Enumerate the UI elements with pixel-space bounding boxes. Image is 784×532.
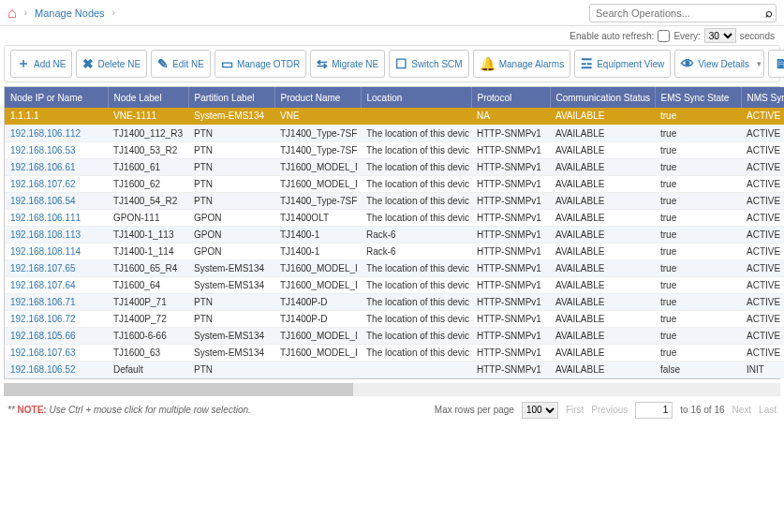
prev-page[interactable]: Previous (591, 405, 628, 415)
node-ip-link[interactable]: 192.168.106.54 (10, 196, 76, 206)
cell-loc: The location of this devic (361, 344, 471, 361)
cell-loc: The location of this devic (361, 175, 471, 192)
table-row[interactable]: 192.168.106.61TJ1600_61PTNTJ1600_MODEL_I… (5, 158, 784, 175)
node-ip-link[interactable]: 192.168.107.65 (10, 263, 76, 273)
cell-ems: true (655, 344, 741, 361)
cell-ems: true (655, 293, 741, 310)
table-row[interactable]: 192.168.107.65TJ1600_65_R4System-EMS134T… (5, 259, 784, 276)
last-page[interactable]: Last (759, 405, 777, 415)
cell-part: PTN (188, 141, 274, 158)
table-row[interactable]: 192.168.106.53TJ1400_53_R2PTNTJ1400_Type… (5, 141, 784, 158)
table-row[interactable]: 192.168.106.52DefaultPTNHTTP-SNMPv1AVAIL… (5, 361, 784, 377)
cell-proto: HTTP-SNMPv1 (471, 293, 550, 310)
home-icon[interactable]: ⌂ (7, 5, 17, 22)
switch-scm-button[interactable]: ☐Switch SCM (389, 50, 468, 78)
cell-ip: 192.168.107.64 (5, 276, 108, 293)
cell-comm: AVAILABLE (550, 158, 655, 175)
page-input[interactable] (635, 402, 673, 419)
cell-proto: HTTP-SNMPv1 (471, 209, 550, 226)
node-ip-link[interactable]: 192.168.108.113 (10, 229, 81, 240)
table-row[interactable]: 192.168.106.111GPON-111GPONTJ1400OLTThe … (5, 209, 784, 226)
node-ip-link[interactable]: 192.168.106.112 (10, 128, 81, 139)
table-row[interactable]: 192.168.108.113TJ1400-1_113GPONTJ1400-1R… (5, 226, 784, 243)
cell-comm: AVAILABLE (550, 175, 655, 192)
horizontal-scrollbar[interactable] (4, 383, 780, 396)
cell-prod: TJ1600_MODEL_I (274, 158, 361, 175)
column-header[interactable]: Protocol (471, 87, 550, 108)
cell-prod: TJ1400OLT (274, 209, 361, 226)
cell-label: TJ1600_64 (108, 276, 188, 293)
cell-ems: true (655, 327, 741, 344)
search-input[interactable] (589, 4, 777, 22)
node-ip-link[interactable]: 192.168.107.62 (10, 179, 76, 189)
equipment-view-button[interactable]: ☲Equipment View (574, 50, 671, 78)
node-ip-link[interactable]: 1.1.1.1 (10, 111, 39, 121)
breadcrumb-title[interactable]: Manage Nodes (35, 7, 105, 19)
delete-ne-button[interactable]: ✖Delete NE (76, 50, 147, 78)
eye-icon: 👁 (681, 56, 694, 71)
cell-part: PTN (188, 310, 274, 327)
node-ip-link[interactable]: 192.168.108.114 (10, 246, 81, 257)
column-header[interactable]: Partition Label (188, 87, 274, 108)
cell-loc: The location of this devic (361, 141, 471, 158)
add-ne-button[interactable]: ＋Add NE (10, 50, 72, 78)
max-rows-select[interactable]: 100 (522, 402, 558, 419)
column-header[interactable]: Node IP or Name (5, 87, 108, 108)
cell-part: PTN (188, 361, 274, 377)
otdr-icon: ▭ (221, 56, 233, 71)
table-row[interactable]: 192.168.108.114TJ1400-1_114GPONTJ1400-1R… (5, 243, 784, 259)
node-ip-link[interactable]: 192.168.107.63 (10, 347, 76, 358)
table-row[interactable]: 192.168.106.71TJ1400P_71PTNTJ1400P-DThe … (5, 293, 784, 310)
column-header[interactable]: EMS Sync State (655, 87, 741, 108)
equipment-icon: ☲ (581, 56, 593, 71)
node-ip-link[interactable]: 192.168.106.71 (10, 297, 76, 307)
column-header[interactable]: Node Label (108, 87, 188, 108)
cell-nms: ACTIVE (741, 293, 784, 310)
cell-loc: The location of this devic (361, 327, 471, 344)
column-header[interactable]: Product Name (274, 87, 361, 108)
cell-ip: 192.168.106.52 (5, 361, 108, 377)
table-row[interactable]: 192.168.107.63TJ1600_63System-EMS134TJ16… (5, 344, 784, 361)
plus-icon: ＋ (17, 55, 30, 72)
table-row[interactable]: 192.168.107.62TJ1600_62PTNTJ1600_MODEL_I… (5, 175, 784, 192)
migrate-ne-button[interactable]: ⇆Migrate NE (310, 50, 385, 78)
node-ip-link[interactable]: 192.168.106.72 (10, 314, 76, 324)
next-page[interactable]: Next (732, 405, 752, 415)
node-ip-link[interactable]: 192.168.106.53 (10, 145, 76, 155)
cell-proto: HTTP-SNMPv1 (471, 226, 550, 243)
node-ip-link[interactable]: 192.168.107.64 (10, 280, 76, 290)
column-header[interactable]: Communication Status (550, 87, 655, 108)
table-row[interactable]: 192.168.107.64TJ1600_64System-EMS134TJ16… (5, 276, 784, 293)
node-ip-link[interactable]: 192.168.105.66 (10, 331, 76, 341)
node-ip-link[interactable]: 192.168.106.52 (10, 364, 76, 375)
table-row[interactable]: 1.1.1.1VNE-1111System-EMS134VNENAAVAILAB… (5, 108, 784, 125)
table-row[interactable]: 192.168.106.112TJ1400_112_R3PTNTJ1400_Ty… (5, 125, 784, 141)
column-header[interactable]: Location (361, 87, 471, 108)
cell-ems: false (655, 361, 741, 377)
node-ip-link[interactable]: 192.168.106.111 (10, 213, 81, 223)
auto-refresh-label: Enable auto refresh: (570, 31, 654, 41)
cell-nms: INIT (741, 361, 784, 377)
cell-ip: 192.168.106.111 (5, 209, 108, 226)
cell-proto: HTTP-SNMPv1 (471, 259, 550, 276)
first-page[interactable]: First (566, 405, 584, 415)
cell-proto: HTTP-SNMPv1 (471, 310, 550, 327)
reports-button[interactable]: 🗎Reports▾ (768, 50, 784, 78)
x-icon: ✖ (82, 56, 94, 71)
column-header[interactable]: NMS Sync State (741, 87, 784, 108)
table-row[interactable]: 192.168.105.66TJ1600-6-66System-EMS134TJ… (5, 327, 784, 344)
report-icon: 🗎 (775, 56, 784, 71)
auto-refresh-checkbox[interactable] (658, 30, 670, 42)
manage-alarms-button[interactable]: 🔔Manage Alarms (473, 50, 570, 78)
manage-otdr-button[interactable]: ▭Manage OTDR (214, 50, 306, 78)
search-icon[interactable]: ⌕ (765, 6, 773, 20)
node-ip-link[interactable]: 192.168.106.61 (10, 162, 76, 172)
edit-ne-button[interactable]: ✎Edit NE (151, 50, 211, 78)
view-details-button[interactable]: 👁View Details▾ (674, 50, 764, 78)
refresh-interval-select[interactable]: 30 (704, 28, 736, 43)
table-row[interactable]: 192.168.106.72TJ1400P_72PTNTJ1400P-DThe … (5, 310, 784, 327)
cell-label: VNE-1111 (108, 108, 188, 125)
cell-comm: AVAILABLE (550, 327, 655, 344)
table-row[interactable]: 192.168.106.54TJ1400_54_R2PTNTJ1400_Type… (5, 192, 784, 209)
cell-ems: true (655, 108, 741, 125)
